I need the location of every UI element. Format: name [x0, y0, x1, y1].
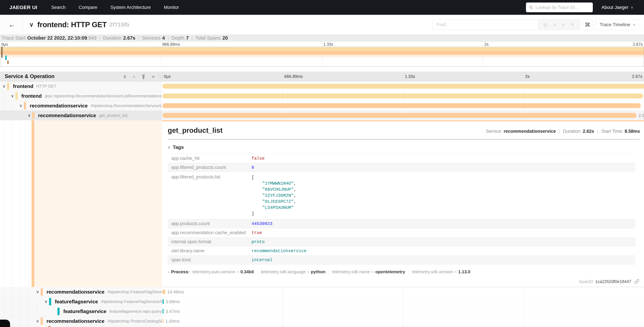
time-tick-label: 2.67s [632, 74, 642, 79]
nav-item-system-architecture[interactable]: System Architecture [104, 5, 157, 10]
service-operation-header: Service & Operation ∨ › ∨∨ » [0, 72, 162, 81]
span-name-cell[interactable]: featureflagservicefeatureflagservice.rep… [0, 306, 162, 316]
tags-accordion-toggle[interactable]: ∨ Tags [168, 144, 640, 150]
tree-toggle-icon[interactable]: ∨ [34, 289, 41, 294]
span-bar[interactable] [162, 113, 636, 118]
tree-indent-guide [29, 316, 29, 326]
column-resize-grip[interactable] [159, 74, 161, 78]
collapse-chevron-icon[interactable]: ∨ [29, 21, 34, 28]
span-bar[interactable] [162, 309, 164, 314]
summary-item: Depth7 [172, 35, 189, 41]
span-timeline-cell[interactable] [162, 82, 644, 91]
prev-result-icon[interactable]: ∧ [553, 22, 556, 27]
back-button[interactable]: ← [0, 15, 24, 34]
minimap-drag-handle[interactable] [2, 47, 2, 58]
expand-all-icon[interactable]: » [152, 74, 154, 79]
lookup-input[interactable] [536, 5, 590, 10]
span-bar[interactable] [162, 318, 163, 324]
tag-key: app.products.count [171, 221, 252, 226]
trace-title-group[interactable]: ∨ frontend: HTTP GET 2f715fb [29, 20, 129, 29]
service-name: featureflagservice [63, 308, 106, 314]
keyboard-shortcuts-button[interactable]: ⌘ [583, 20, 592, 30]
tag-row[interactable]: app.cache_hitfalse [168, 154, 635, 163]
span-row[interactable]: featureflagservicefeatureflagservice.rep… [0, 306, 644, 316]
locate-span-icon[interactable]: ◎ [544, 22, 548, 27]
clear-search-icon[interactable]: ✕ [571, 22, 574, 27]
span-name-cell[interactable]: ∨featureflagservice/hipstershop.FeatureF… [0, 297, 162, 306]
tree-toggle-icon[interactable]: ∨ [18, 103, 24, 108]
span-name-cell[interactable]: ∨frontendgrpc.hipstershop.Recommendation… [0, 91, 162, 101]
span-meta: Service:recommendationservice|Duration:2… [486, 129, 640, 134]
next-result-icon[interactable]: ∨ [562, 22, 565, 27]
tag-row[interactable]: app.filtered_products.list["1YMWWN1N4O",… [168, 172, 635, 219]
service-name: featureflagservice [55, 299, 98, 304]
divider: | [99, 36, 100, 40]
span-timeline-cell[interactable]: 3.68ms [162, 297, 644, 306]
tree-toggle-icon[interactable]: ∨ [26, 113, 32, 118]
span-row[interactable]: ∨recommendationserviceget_product_list2.… [0, 110, 644, 120]
tag-value: 44530923 [252, 221, 272, 226]
span-name-cell[interactable]: ∨recommendationservice/hipstershop.Produ… [0, 316, 162, 326]
span-name-cell[interactable]: ∨recommendationservice/hipstershop.Recom… [0, 101, 162, 110]
service-color-strip [48, 326, 50, 327]
nav-item-search[interactable]: Search [45, 5, 72, 10]
nav-item-monitor[interactable]: Monitor [157, 5, 186, 10]
operation-name: grpc.hipstershop.RecommendationService/L… [45, 94, 162, 98]
span-name-cell[interactable]: ∨recommendationserviceget_product_list [0, 110, 162, 120]
tag-row[interactable]: internal.span.formatproto [168, 237, 635, 246]
about-jaeger-menu[interactable]: About Jaeger ∨ [602, 5, 633, 10]
span-name-cell[interactable]: ∨frontendHTTP GET [0, 82, 162, 91]
span-bar[interactable] [162, 94, 643, 98]
tag-value: true [252, 230, 262, 235]
nav-item-compare[interactable]: Compare [72, 5, 104, 10]
tree-toggle-icon[interactable]: ∨ [34, 318, 41, 324]
tree-indent-guide [20, 316, 20, 326]
corner-overlay[interactable] [0, 320, 10, 327]
span-timeline-cell[interactable]: 2.62s [162, 110, 644, 120]
span-operation-title: get_product_list [168, 126, 222, 134]
tag-row[interactable]: otel.library.namerecommendationservice [168, 246, 635, 256]
tree-toggle-icon[interactable]: ∨ [10, 93, 16, 98]
find-input[interactable] [433, 20, 538, 30]
span-timeline-cell[interactable]: 14.49ms [162, 287, 644, 297]
span-bar[interactable] [162, 299, 164, 304]
span-bar[interactable] [162, 103, 641, 108]
span-row[interactable]: ∨recommendationservice/hipstershop.Produ… [0, 316, 644, 326]
collapse-all-icon[interactable]: ∨∨ [142, 74, 145, 78]
tree-toggle-icon[interactable]: ∨ [1, 84, 7, 89]
span-row[interactable]: ∨frontendHTTP GET [0, 82, 644, 91]
span-detail-highlight [34, 120, 162, 287]
tag-row[interactable]: app.filtered_products.count8 [168, 163, 635, 172]
span-row[interactable]: ∨frontendgrpc.hipstershop.Recommendation… [0, 91, 644, 101]
trace-minimap[interactable] [0, 47, 644, 66]
tag-row[interactable]: app.recommendation.cache_enabledtrue [168, 228, 635, 237]
span-name-cell[interactable]: ∨recommendationservice/hipstershop.Featu… [0, 287, 162, 297]
collapse-one-icon[interactable]: ∨ [123, 74, 126, 79]
time-tick-label: 1.33s [405, 74, 415, 79]
tag-row[interactable]: span.kindinternal [168, 256, 635, 264]
link-icon[interactable] [634, 279, 639, 284]
process-key: telemetry.sdk.name [332, 269, 370, 274]
nav-menu: SearchCompareSystem ArchitectureMonitor [45, 5, 186, 10]
tree-toggle-icon[interactable]: ∨ [43, 299, 49, 304]
span-timeline-cell[interactable] [162, 91, 644, 101]
span-bar[interactable] [162, 84, 644, 89]
meta-value: recommendationservice [504, 129, 556, 134]
tag-row[interactable]: app.products.count44530923 [168, 219, 635, 228]
time-tick-label: 666.89ms [284, 74, 303, 79]
span-timeline-cell[interactable]: 1.04ms [162, 316, 644, 326]
trace-view-select[interactable]: Trace Timeline ∨ [595, 20, 640, 30]
span-timeline-cell[interactable]: 3.47ms [162, 306, 644, 316]
span-timeline-cell[interactable] [162, 101, 644, 110]
jaeger-logo[interactable]: JAEGER UI [10, 4, 37, 10]
span-row[interactable]: ∨featureflagservice/hipstershop.FeatureF… [0, 297, 644, 306]
minimap-span-mark [5, 56, 7, 60]
span-row[interactable]: ∨recommendationservice/hipstershop.Recom… [0, 101, 644, 110]
span-bar[interactable] [162, 290, 165, 294]
service-color-strip [49, 298, 51, 305]
span-row[interactable]: ∨recommendationservice/hipstershop.Featu… [0, 287, 644, 297]
span-duration-label: 2.62s [638, 113, 644, 118]
trace-id-search[interactable] [526, 2, 593, 12]
expand-one-icon[interactable]: › [133, 74, 135, 79]
process-line[interactable]: ›Process:telemetry.auto.version=0.34b0te… [168, 269, 640, 274]
